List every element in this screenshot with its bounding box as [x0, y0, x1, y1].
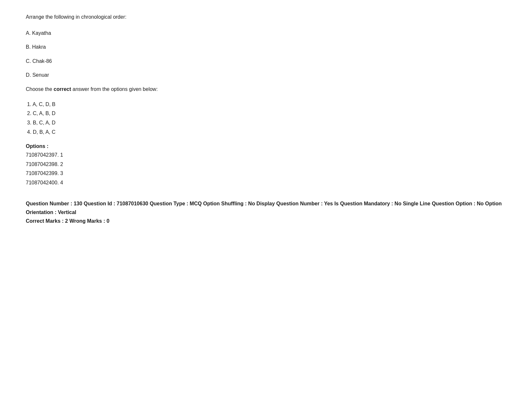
answer-options-list: 1. A, C, D, B 2. C, A, B, D 3. B, C, A, … [27, 100, 506, 137]
meta-line2: Correct Marks : 2 Wrong Marks : 0 [26, 217, 506, 225]
option-code-3: 71087042399. 3 [26, 169, 506, 178]
answer-option-4: 4. D, B, A, C [27, 128, 506, 137]
instruction-text: Arrange the following in chronological o… [26, 14, 126, 20]
option-code-2: 71087042398. 2 [26, 160, 506, 169]
option-code-1: 71087042397. 1 [26, 151, 506, 160]
option-b-label: B. Hakra [26, 44, 46, 50]
options-label: Options : [26, 143, 506, 149]
answer-option-2: 2. C, A, B, D [27, 109, 506, 118]
question-container: Arrange the following in chronological o… [26, 13, 506, 226]
meta-section: Question Number : 130 Question Id : 7108… [26, 199, 506, 226]
option-code-4: 71087042400. 4 [26, 178, 506, 188]
option-d: D. Senuar [26, 71, 506, 79]
option-c-label: C. Chak-86 [26, 58, 52, 64]
choose-correct-text: Choose the correct answer from the optio… [26, 85, 506, 93]
option-a-label: A. Kayatha [26, 30, 51, 36]
choose-prefix: Choose the [26, 86, 54, 92]
option-codes-list: 71087042397. 1 71087042398. 2 7108704239… [26, 151, 506, 188]
choose-bold: correct [54, 86, 71, 92]
meta-line1: Question Number : 130 Question Id : 7108… [26, 199, 506, 217]
option-c: C. Chak-86 [26, 57, 506, 65]
option-d-label: D. Senuar [26, 72, 49, 78]
answer-option-1: 1. A, C, D, B [27, 100, 506, 109]
option-b: B. Hakra [26, 43, 506, 51]
choose-suffix: answer from the options given below: [71, 86, 158, 92]
question-instruction: Arrange the following in chronological o… [26, 13, 506, 21]
answer-option-3: 3. B, C, A, D [27, 118, 506, 128]
option-a: A. Kayatha [26, 29, 506, 37]
